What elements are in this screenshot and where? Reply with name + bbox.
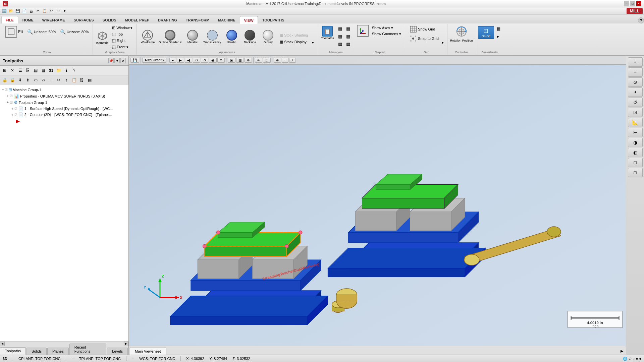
panel-close-button[interactable]: ✕ xyxy=(120,58,126,63)
top-button[interactable]: ⬚ Top xyxy=(110,31,134,37)
fit-button[interactable]: Fit xyxy=(3,25,25,39)
viewport-canvas[interactable]: StreamingTeacherDualViseSetup Z Y X xyxy=(129,65,626,346)
new-button[interactable]: 🆕 xyxy=(1,8,7,14)
window-button[interactable]: ⊞ Window ▾ xyxy=(110,25,134,31)
tp-arrow-down[interactable]: ⬇ xyxy=(16,76,24,84)
plastic-button[interactable]: Plastic xyxy=(223,29,240,45)
panel-minimize-button[interactable]: ▾ xyxy=(114,58,120,63)
front-button[interactable]: ⬚ Front ▾ xyxy=(110,44,134,50)
stock-display-button[interactable]: ▦ Stock Display xyxy=(278,39,310,45)
main-viewsheet-tab[interactable]: Main Viewsheet xyxy=(129,348,166,355)
tree-expand-op1[interactable]: + xyxy=(11,107,13,111)
appearance-expand-button[interactable]: ▾ xyxy=(311,25,315,45)
save-as-button[interactable]: 📄 xyxy=(21,8,28,14)
manager-btn1[interactable]: ▦ xyxy=(336,25,344,32)
horizontal-scrollbar[interactable]: ◀ ▶ xyxy=(0,341,128,346)
vt-btn8[interactable]: ▣ xyxy=(228,58,235,63)
vt-btn2[interactable]: ▶ xyxy=(177,58,184,63)
unzoom50-button[interactable]: 🔍 Unzoom 50% xyxy=(25,28,58,35)
tab-wireframe[interactable]: WIREFRAME xyxy=(38,16,69,23)
tab-modelprep[interactable]: MODEL PREP xyxy=(121,16,154,23)
rp-shade[interactable]: ◑ xyxy=(628,138,643,147)
tree-expand-op2[interactable]: + xyxy=(11,113,13,117)
tree-checkbox-machine[interactable]: ☑ xyxy=(5,88,8,92)
tree-expand-machine[interactable]: − xyxy=(2,88,4,92)
rp-wire[interactable]: ⊢ xyxy=(628,128,643,137)
tab-surfaces[interactable]: SURFACES xyxy=(69,16,98,23)
rp-rotate[interactable]: ↺ xyxy=(628,98,643,107)
3d-scene[interactable]: StreamingTeacherDualViseSetup Z Y X xyxy=(129,65,626,346)
manager-btn4[interactable]: ▦ xyxy=(344,33,352,40)
wireframe-button[interactable]: Wireframe xyxy=(139,29,156,45)
grid-expand-button[interactable]: ▾ xyxy=(442,25,445,45)
vt-btn9[interactable]: ▦ xyxy=(236,58,244,63)
tree-op1[interactable]: + ☑ 📄 1 - Surface High Speed (Dynamic Op… xyxy=(11,106,127,112)
rp-measure[interactable]: 📐 xyxy=(628,118,643,127)
sb-icon5[interactable]: ● xyxy=(639,357,641,361)
vt-btn13[interactable]: ⊕ xyxy=(274,58,281,63)
show-gnomons-button[interactable]: Show Gnomons ▾ xyxy=(370,31,403,37)
rp-box2[interactable]: □ xyxy=(628,168,643,177)
vt-btn14[interactable]: − xyxy=(282,58,288,63)
tp-group[interactable]: 📁 xyxy=(55,67,62,74)
print-button[interactable]: 🖨 xyxy=(28,8,34,14)
vt-btn15[interactable]: + xyxy=(289,58,296,63)
tp-select-chain[interactable]: ⛓ xyxy=(24,67,32,74)
metallic-button[interactable]: Metallic xyxy=(184,29,201,45)
tree-arrow[interactable]: ▶ xyxy=(15,118,127,124)
show-grid-button[interactable]: Show Grid xyxy=(408,25,440,34)
tp-lock[interactable]: 🔒 xyxy=(1,76,8,84)
viewsheet-btn2[interactable]: ▸ xyxy=(495,33,502,40)
paste-button[interactable]: 📋 xyxy=(42,8,48,14)
manager-btn5[interactable]: ▦ xyxy=(336,40,344,48)
rp-pan[interactable]: ✦ xyxy=(628,87,643,97)
scroll-right-button[interactable]: ▶ xyxy=(124,342,128,346)
tree-expand-tpgroup[interactable]: + xyxy=(7,101,9,104)
viewport-scroll-right[interactable]: ▶ xyxy=(618,348,626,355)
rp-box1[interactable]: □ xyxy=(628,158,643,167)
unzoom80-button[interactable]: 🔍 Unzoom 80% xyxy=(58,28,91,35)
tab-levels[interactable]: Levels xyxy=(107,348,128,355)
tab-machine[interactable]: MACHINE xyxy=(214,16,239,23)
glossy-button[interactable]: Glossy xyxy=(260,29,276,45)
vt-btn12[interactable]: ⬚ xyxy=(263,58,271,63)
cut-button[interactable]: ✂ xyxy=(35,8,41,14)
tp-info[interactable]: ℹ xyxy=(63,67,70,74)
tp-filter2[interactable]: ▦ xyxy=(40,67,47,74)
minimize-button[interactable]: − xyxy=(624,1,629,6)
tp-filter1[interactable]: ▤ xyxy=(32,67,39,74)
close-button[interactable]: ✕ xyxy=(636,1,641,6)
redo-button[interactable]: ↪ xyxy=(55,8,61,14)
manager-btn2[interactable]: ▦ xyxy=(344,25,352,32)
open-button[interactable]: 📂 xyxy=(8,8,14,14)
tab-toolpaths[interactable]: Toolpaths xyxy=(0,347,26,355)
rp-zoom-in[interactable]: + xyxy=(628,57,643,67)
stock-shading-button[interactable]: ▦ Stock Shading xyxy=(278,32,310,38)
vt-btn10[interactable]: ⊕ xyxy=(245,58,252,63)
tree-toolpath-group[interactable]: + ☑ ⚙ Toolpath Group-1 xyxy=(6,99,127,106)
rp-render[interactable]: ◐ xyxy=(628,148,643,157)
tree-checkbox-op2[interactable]: ☑ xyxy=(14,113,17,117)
outline-shaded-button[interactable]: Outline Shaded ▾ xyxy=(157,29,183,45)
panel-pin-button[interactable]: 📌 xyxy=(108,58,114,63)
tab-home[interactable]: HOME xyxy=(18,16,38,23)
vt-btn11[interactable]: ✏ xyxy=(255,58,262,63)
vt-btn1[interactable]: ● xyxy=(169,58,176,63)
tp-cut2[interactable]: ✂ xyxy=(55,76,62,84)
tp-unlock[interactable]: 🔓 xyxy=(9,76,16,84)
vt-btn7[interactable]: ⊙ xyxy=(217,58,225,63)
viewsheet-btn1[interactable]: ▦ xyxy=(495,25,502,32)
sb-icon2[interactable]: ⊙ xyxy=(629,357,632,361)
tp-rect1[interactable]: ▭ xyxy=(32,76,39,84)
maximize-button[interactable]: □ xyxy=(630,1,635,6)
tp-g1[interactable]: G1 xyxy=(47,67,55,74)
right-button[interactable]: ⬚ Right xyxy=(110,38,134,44)
toolpaths-panel-controls[interactable]: 📌 ▾ ✕ xyxy=(108,58,126,63)
tp-rect2[interactable]: ▱ xyxy=(40,76,47,84)
show-axes-button[interactable]: Show Axes ▾ xyxy=(370,25,403,31)
vt-btn3[interactable]: ◀ xyxy=(185,58,192,63)
tp-help[interactable]: ? xyxy=(70,67,78,74)
customize-button[interactable]: ▾ xyxy=(62,8,68,14)
tp-arrow-up[interactable]: ⬆ xyxy=(24,76,32,84)
window-controls[interactable]: − □ ✕ xyxy=(624,1,641,6)
